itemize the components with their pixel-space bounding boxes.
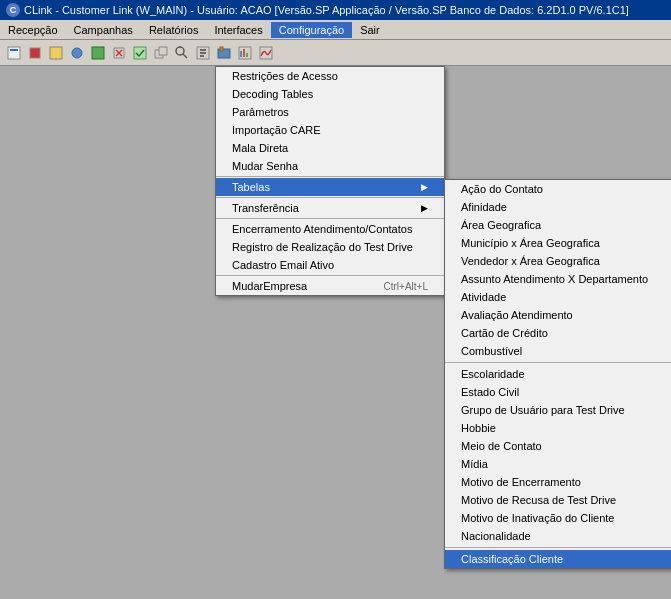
menu-sair[interactable]: Sair [352, 22, 388, 38]
separator-2 [216, 197, 444, 198]
svg-rect-3 [50, 47, 62, 59]
submenu-assunto-atendimento[interactable]: Assunto Atendimento X Departamento [445, 270, 671, 288]
svg-rect-1 [10, 49, 18, 51]
submenu-motivo-encerramento[interactable]: Motivo de Encerramento [445, 473, 671, 491]
menu-mala-direta[interactable]: Mala Direta [216, 139, 444, 157]
menu-relatorios[interactable]: Relatórios [141, 22, 207, 38]
menu-encerramento[interactable]: Encerramento Atendimento/Contatos [216, 220, 444, 238]
title-text: CLink - Customer Link (W_MAIN) - Usuário… [24, 4, 629, 16]
menu-mudar-senha[interactable]: Mudar Senha [216, 157, 444, 175]
menu-parametros[interactable]: Parâmetros [216, 103, 444, 121]
menu-recepcao[interactable]: Recepção [0, 22, 66, 38]
submenu-grupo-usuario[interactable]: Grupo de Usuário para Test Drive [445, 401, 671, 419]
submenu-combustivel[interactable]: Combustível [445, 342, 671, 360]
menu-importacao-care[interactable]: Importação CARE [216, 121, 444, 139]
menu-registro-test-drive[interactable]: Registro de Realização do Test Drive [216, 238, 444, 256]
submenu-separator-2 [445, 547, 671, 548]
submenu-meio-contato[interactable]: Meio de Contato [445, 437, 671, 455]
submenu-cartao-credito[interactable]: Cartão de Crédito [445, 324, 671, 342]
menu-configuracao[interactable]: Configuração [271, 22, 352, 38]
svg-rect-6 [134, 47, 146, 59]
menu-decoding-tables[interactable]: Decoding Tables [216, 85, 444, 103]
toolbar-btn-10[interactable] [193, 43, 213, 63]
submenu-nacionalidade[interactable]: Nacionalidade [445, 527, 671, 545]
toolbar-btn-3[interactable] [46, 43, 66, 63]
menu-tabelas[interactable]: Tabelas ▶ [216, 178, 444, 196]
toolbar-btn-2[interactable] [25, 43, 45, 63]
menu-restricoes[interactable]: Restrições de Acesso [216, 67, 444, 85]
svg-point-4 [72, 48, 82, 58]
svg-rect-2 [30, 48, 40, 58]
menu-mudar-empresa[interactable]: MudarEmpresa Ctrl+Alt+L [216, 277, 444, 295]
toolbar [0, 40, 671, 66]
transferencia-arrow: ▶ [421, 203, 428, 213]
tabelas-submenu: Ação do Contato Afinidade Área Geografic… [444, 179, 671, 569]
svg-rect-0 [8, 47, 20, 59]
submenu-midia[interactable]: Mídia [445, 455, 671, 473]
submenu-separator-1 [445, 362, 671, 363]
menu-cadastro-email[interactable]: Cadastro Email Ativo [216, 256, 444, 274]
submenu-municipio-area[interactable]: Município x Área Geografica [445, 234, 671, 252]
svg-rect-8 [159, 47, 167, 55]
configuracao-menu: Restrições de Acesso Decoding Tables Par… [215, 66, 445, 296]
toolbar-btn-12[interactable] [235, 43, 255, 63]
toolbar-btn-1[interactable] [4, 43, 24, 63]
separator-1 [216, 176, 444, 177]
submenu-afinidade[interactable]: Afinidade [445, 198, 671, 216]
toolbar-btn-5[interactable] [88, 43, 108, 63]
submenu-hobbie[interactable]: Hobbie [445, 419, 671, 437]
submenu-motivo-inativacao[interactable]: Motivo de Inativação do Cliente [445, 509, 671, 527]
toolbar-btn-13[interactable] [256, 43, 276, 63]
svg-rect-5 [92, 47, 104, 59]
toolbar-btn-8[interactable] [151, 43, 171, 63]
toolbar-btn-7[interactable] [130, 43, 150, 63]
toolbar-btn-9[interactable] [172, 43, 192, 63]
toolbar-btn-6[interactable] [109, 43, 129, 63]
submenu-acao-contato[interactable]: Ação do Contato [445, 180, 671, 198]
app-icon: C [6, 3, 20, 17]
submenu-atividade[interactable]: Atividade [445, 288, 671, 306]
submenu-vendedor-area[interactable]: Vendedor x Área Geografica [445, 252, 671, 270]
main-area: Decoding Table Restrições de Acesso Deco… [0, 66, 671, 599]
submenu-area-geografica[interactable]: Área Geografica [445, 216, 671, 234]
submenu-classificacao-cliente[interactable]: Classificação Cliente [445, 550, 671, 568]
submenu-avaliacao-atendimento[interactable]: Avaliação Atendimento [445, 306, 671, 324]
toolbar-btn-11[interactable] [214, 43, 234, 63]
menu-bar: Recepção Campanhas Relatórios Interfaces… [0, 20, 671, 40]
svg-point-9 [176, 47, 184, 55]
menu-campanhas[interactable]: Campanhas [66, 22, 141, 38]
toolbar-btn-4[interactable] [67, 43, 87, 63]
title-bar: C CLink - Customer Link (W_MAIN) - Usuár… [0, 0, 671, 20]
submenu-estado-civil[interactable]: Estado Civil [445, 383, 671, 401]
submenu-escolaridade[interactable]: Escolaridade [445, 365, 671, 383]
menu-interfaces[interactable]: Interfaces [206, 22, 270, 38]
tabelas-arrow: ▶ [421, 182, 428, 192]
menu-transferencia[interactable]: Transferência ▶ [216, 199, 444, 217]
submenu-motivo-recusa[interactable]: Motivo de Recusa de Test Drive [445, 491, 671, 509]
svg-line-10 [183, 54, 187, 58]
separator-3 [216, 218, 444, 219]
svg-rect-16 [220, 47, 223, 51]
separator-4 [216, 275, 444, 276]
